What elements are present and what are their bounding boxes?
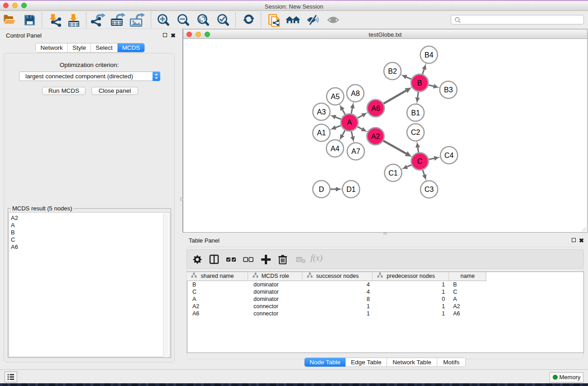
svg-text:B2: B2 [388, 67, 397, 75]
svg-text:B3: B3 [444, 86, 453, 94]
svg-text:B: B [417, 79, 422, 87]
svg-text:D1: D1 [346, 186, 356, 193]
svg-text:A1: A1 [317, 129, 326, 137]
svg-text:C2: C2 [411, 129, 421, 136]
svg-text:A5: A5 [331, 93, 340, 100]
svg-text:A: A [347, 119, 352, 126]
svg-text:A8: A8 [351, 90, 360, 97]
svg-text:C: C [417, 157, 423, 165]
svg-text:A6: A6 [371, 105, 380, 112]
svg-text:C4: C4 [445, 152, 454, 159]
svg-text:A2: A2 [371, 133, 380, 140]
svg-text:B4: B4 [425, 51, 434, 59]
svg-text:A3: A3 [317, 108, 326, 116]
svg-text:D: D [319, 186, 324, 193]
svg-text:C1: C1 [388, 169, 398, 177]
svg-text:A7: A7 [351, 148, 360, 155]
svg-text:A4: A4 [330, 145, 339, 152]
svg-text:B1: B1 [411, 109, 420, 117]
svg-text:C3: C3 [425, 186, 434, 193]
